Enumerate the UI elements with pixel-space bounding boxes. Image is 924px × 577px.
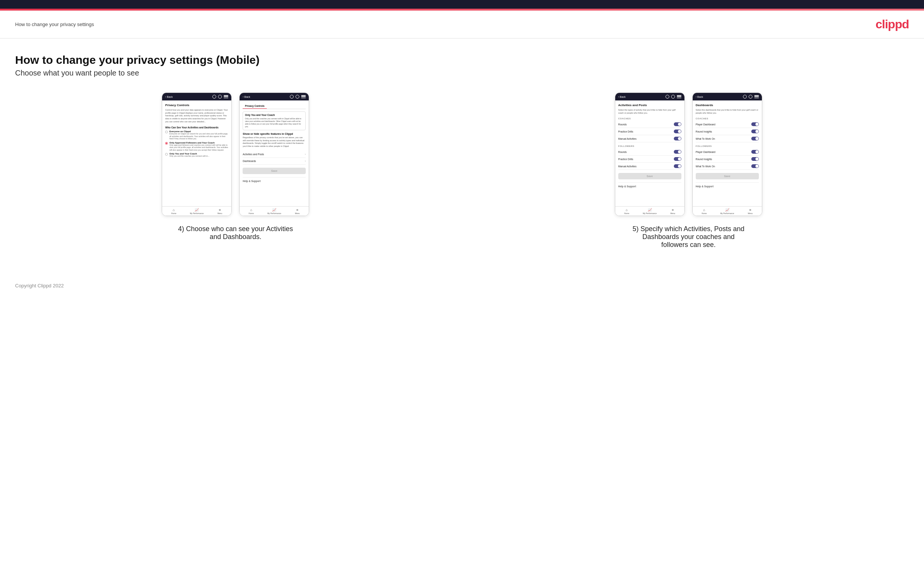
- mockup2-menu-icon[interactable]: [301, 95, 306, 98]
- mockup2-save-btn[interactable]: Save: [242, 168, 306, 174]
- mockup2-nav-home[interactable]: ⌂ Home: [240, 208, 263, 214]
- mockup3-followers-drills-label: Practice Drills: [618, 158, 633, 161]
- screenshots-grid: ‹ Back Privacy Controls Control how you …: [15, 92, 909, 249]
- mockup3-nav-home[interactable]: ⌂ Home: [615, 208, 638, 214]
- mockup2-activities-chevron: ›: [305, 153, 306, 156]
- mockup4-body: Dashboards Select the dashboards that yo…: [693, 100, 762, 206]
- mockup4-navbar: ⌂ Home 📈 My Performance ≡ Menu: [693, 206, 762, 216]
- top-bar-accent: [0, 9, 924, 11]
- radio-everyone-btn[interactable]: [165, 131, 168, 133]
- mockup3-help[interactable]: Help & Support: [618, 182, 682, 188]
- mockup3-coaches-rounds-toggle[interactable]: [674, 122, 682, 126]
- mockup4-coaches-workon-label: What To Work On: [696, 137, 715, 140]
- mockup2-search-icon[interactable]: [290, 95, 294, 98]
- mockup4-back[interactable]: ‹ Back: [696, 95, 703, 98]
- mockup3-save-btn[interactable]: Save: [618, 173, 682, 179]
- mockup3-menu-icon[interactable]: [677, 95, 682, 98]
- mockup2-menu-nav-icon: ≡: [296, 208, 298, 212]
- mockup1-nav-home-label: Home: [171, 212, 176, 214]
- mockup2-activities-item[interactable]: Activities and Posts ›: [242, 151, 306, 158]
- radio-everyone-desc: Everyone on Clippd can search for you an…: [169, 132, 228, 140]
- mockup3-followers-drills: Practice Drills: [618, 156, 682, 163]
- menu-icon[interactable]: [224, 95, 228, 98]
- mockup1-back[interactable]: ‹ Back: [165, 95, 173, 98]
- mockup2-nav-menu[interactable]: ≡ Menu: [286, 208, 309, 214]
- mockup1-nav-performance[interactable]: 📈 My Performance: [185, 208, 208, 214]
- mockup3-followers-drills-toggle[interactable]: [674, 157, 682, 161]
- mockup4-coaches-player-label: Player Dashboard: [696, 123, 716, 126]
- mockup4-profile-icon[interactable]: [749, 95, 753, 98]
- main-content: How to change your privacy settings (Mob…: [0, 39, 924, 271]
- mockup1-nav-menu[interactable]: ≡ Menu: [208, 208, 231, 214]
- mockup4-followers-insights-label: Round Insights: [696, 158, 712, 161]
- mockup3-nav-performance[interactable]: 📈 My Performance: [638, 208, 661, 214]
- mockup3-navbar: ⌂ Home 📈 My Performance ≡ Menu: [615, 206, 684, 216]
- mockup3-section-title: Activities and Posts: [618, 103, 682, 107]
- mockup3-profile-icon[interactable]: [671, 95, 675, 98]
- profile-icon[interactable]: [218, 95, 222, 98]
- mockup3-coaches-rounds: Rounds: [618, 121, 682, 128]
- mockup4-followers-header: FOLLOWERS: [696, 145, 759, 147]
- mockup4-followers-player-toggle[interactable]: [751, 150, 759, 154]
- mockup3-topbar: ‹ Back: [615, 93, 684, 100]
- radio-approved-btn[interactable]: [165, 142, 168, 145]
- mockup2-nav-menu-label: Menu: [295, 212, 300, 214]
- mockup4-search-icon[interactable]: [743, 95, 747, 98]
- mockup4-performance-icon: 📈: [725, 208, 729, 212]
- radio-approved-desc: Only approved followers and coaches you …: [169, 144, 228, 152]
- mockup3-back[interactable]: ‹ Back: [618, 95, 626, 98]
- mockup1-icons: [212, 95, 228, 98]
- mockup3-search-icon[interactable]: [666, 95, 669, 98]
- mockup4-followers-insights-toggle[interactable]: [751, 157, 759, 161]
- mockup2-show-hide-desc: Regardless of the privacy controls that …: [242, 136, 306, 148]
- mockup3-followers-rounds-toggle[interactable]: [674, 150, 682, 154]
- mockup2-nav-performance[interactable]: 📈 My Performance: [263, 208, 286, 214]
- mockup2-back[interactable]: ‹ Back: [242, 95, 250, 98]
- mockup4-coaches-player-toggle[interactable]: [751, 122, 759, 126]
- footer: Copyright Clippd 2022: [0, 271, 924, 300]
- radio-everyone[interactable]: Everyone on Clippd Everyone on Clippd ca…: [165, 130, 228, 140]
- mockup3-coaches-drills: Practice Drills: [618, 128, 682, 135]
- mockup1-body: Privacy Controls Control how you and you…: [162, 100, 231, 206]
- mockup4-followers-workon-toggle[interactable]: [751, 164, 759, 168]
- mockup2-tabs: Privacy Controls: [242, 103, 306, 109]
- mockup2-nav-perf-label: My Performance: [267, 212, 281, 214]
- screenshot-group-2: ‹ Back Activities and Posts Select the t…: [468, 92, 909, 249]
- radio-approved[interactable]: Only Approved Followers and Your Coach O…: [165, 142, 228, 152]
- mockup1-desc: Control how you and your data appears to…: [165, 109, 228, 123]
- mockup4-coaches-insights-toggle[interactable]: [751, 129, 759, 133]
- mockup4-home-icon: ⌂: [703, 208, 705, 212]
- radio-coach-btn[interactable]: [165, 153, 168, 156]
- mockup2-icons: [290, 95, 306, 98]
- mockup4-nav-menu[interactable]: ≡ Menu: [739, 208, 762, 214]
- mockup3-coaches-manual-toggle[interactable]: [674, 137, 682, 140]
- mockup3-coaches-rounds-label: Rounds: [618, 123, 627, 126]
- mockup2-help[interactable]: Help & Support: [242, 177, 306, 182]
- mockup2-dashboards-chevron: ›: [305, 160, 306, 163]
- radio-coach-desc: Only you and the coaches you connect wit…: [169, 155, 209, 158]
- mockup-4: ‹ Back Dashboards Select the dashboards …: [692, 92, 762, 216]
- mockup3-followers-manual-toggle[interactable]: [674, 164, 682, 168]
- mockup-3: ‹ Back Activities and Posts Select the t…: [615, 92, 685, 216]
- mockup3-nav-home-label: Home: [624, 212, 629, 214]
- mockup3-followers-rounds: Rounds: [618, 148, 682, 156]
- mockup1-nav-home[interactable]: ⌂ Home: [162, 208, 185, 214]
- radio-coach[interactable]: Only You and Your Coach Only you and the…: [165, 153, 228, 158]
- mockup4-nav-performance[interactable]: 📈 My Performance: [716, 208, 739, 214]
- mockup2-tab-privacy[interactable]: Privacy Controls: [242, 103, 267, 109]
- mockup2-dashboards-item[interactable]: Dashboards ›: [242, 158, 306, 164]
- header: How to change your privacy settings clip…: [0, 11, 924, 39]
- mockup4-save-btn[interactable]: Save: [696, 173, 759, 179]
- mockup2-profile-icon[interactable]: [296, 95, 299, 98]
- mockup4-menu-icon[interactable]: [754, 95, 759, 98]
- mockup3-coaches-drills-toggle[interactable]: [674, 129, 682, 133]
- search-icon[interactable]: [212, 95, 216, 98]
- mockup3-nav-menu[interactable]: ≡ Menu: [661, 208, 684, 214]
- mockup4-coaches-header: COACHES: [696, 118, 759, 120]
- page-title: How to change your privacy settings (Mob…: [15, 54, 909, 66]
- nav-menu-icon: ≡: [219, 208, 221, 212]
- mockup4-nav-home[interactable]: ⌂ Home: [693, 208, 716, 214]
- mockup4-followers-workon: What To Work On: [696, 163, 759, 170]
- mockup4-help[interactable]: Help & Support: [696, 182, 759, 188]
- mockup4-coaches-workon-toggle[interactable]: [751, 137, 759, 140]
